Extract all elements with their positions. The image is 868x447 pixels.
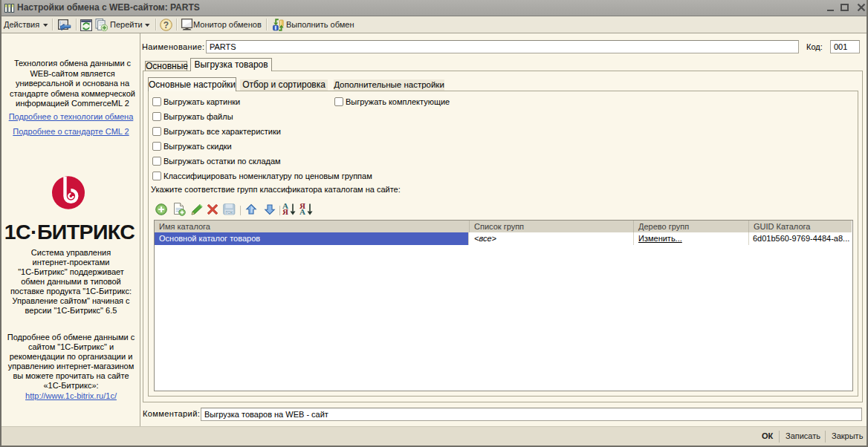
svg-text:?: ? (163, 20, 169, 30)
svg-text:ГОК: ГОК (225, 210, 233, 215)
